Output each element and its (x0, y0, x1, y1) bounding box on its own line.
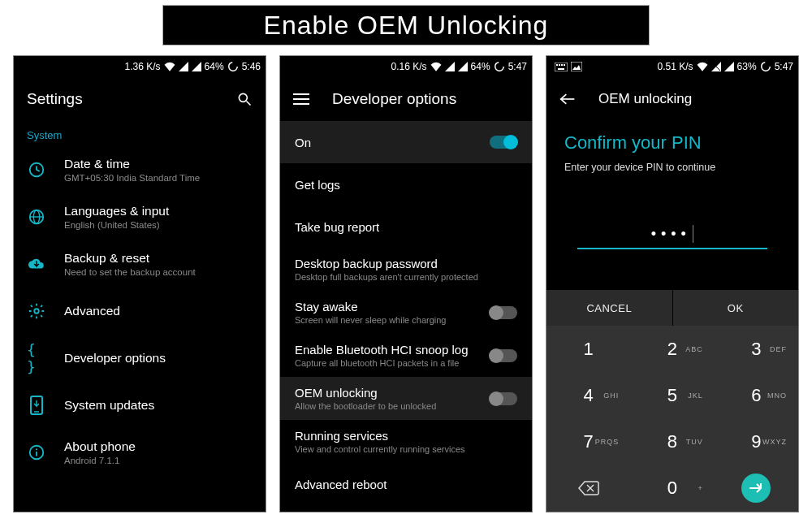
developer-item[interactable]: Desktop backup passwordDesktop full back… (280, 248, 532, 291)
item-label: Developer options (64, 351, 253, 365)
pin-input[interactable]: •••• (577, 220, 767, 249)
settings-item[interactable]: Languages & inputEnglish (United States) (14, 193, 266, 240)
developer-item[interactable]: Running servicesView and control current… (280, 420, 532, 463)
battery-text: 63% (737, 61, 757, 72)
item-sub: Android 7.1.1 (64, 456, 253, 465)
svg-point-11 (36, 448, 37, 450)
key-digit: 2 (667, 339, 677, 360)
cursor (693, 225, 694, 243)
item-label: Running services (295, 429, 517, 443)
status-bar: 0.16 K/s 64% 5:47 (280, 56, 532, 77)
net-speed: 0.16 K/s (391, 61, 427, 72)
item-label: Backup & reset (64, 251, 253, 266)
developer-item[interactable]: Stay awakeScreen will never sleep while … (280, 291, 532, 334)
key-digit: 9 (751, 431, 761, 452)
key-letters: JKL (688, 391, 703, 400)
svg-rect-22 (558, 68, 564, 70)
key-digit: 0 (667, 478, 677, 499)
keypad-key-1[interactable]: 1 (546, 326, 630, 372)
status-bar: 0.51 K/s 63% 5:47 (546, 56, 798, 77)
keypad-key-4[interactable]: 4GHI (546, 372, 630, 418)
settings-item[interactable]: Advanced (14, 288, 266, 335)
settings-item[interactable]: About phoneAndroid 7.1.1 (14, 429, 266, 476)
svg-rect-20 (561, 64, 563, 66)
net-speed: 1.36 K/s (125, 61, 161, 72)
keypad-key-6[interactable]: 6MNO (715, 372, 798, 418)
keyboard-icon (555, 63, 568, 71)
key-letters: PRQS (595, 438, 620, 446)
cloud-icon (27, 254, 46, 274)
key-letters: ABC (685, 345, 703, 353)
developer-item[interactable]: Advanced reboot (280, 463, 532, 505)
settings-item[interactable]: Date & timeGMT+05:30 India Standard Time (14, 146, 266, 193)
keypad-key-3[interactable]: 3DEF (715, 326, 798, 372)
toggle-switch[interactable] (490, 349, 517, 362)
wifi-icon (164, 62, 175, 71)
toggle-switch[interactable] (490, 136, 517, 149)
item-label: Advanced reboot (295, 478, 517, 491)
item-label: Enable Bluetooth HCI snoop log (295, 343, 490, 357)
loading-icon (227, 61, 239, 72)
info-icon (27, 443, 46, 462)
backspace-key[interactable] (546, 465, 630, 512)
settings-item[interactable]: { }Developer options (14, 335, 266, 382)
keypad-key-9[interactable]: 9WXYZ (715, 419, 798, 465)
item-sub: English (United States) (64, 220, 253, 230)
toggle-switch[interactable] (490, 306, 517, 319)
status-bar: 1.36 K/s 64% 5:46 (14, 56, 266, 77)
ok-button[interactable]: OK (672, 290, 799, 326)
cancel-button[interactable]: CANCEL (546, 290, 672, 326)
svg-rect-21 (564, 64, 565, 66)
confirm-pin-title: Confirm your PIN (546, 121, 798, 158)
svg-rect-17 (555, 63, 568, 71)
item-label: Advanced (64, 304, 253, 318)
oem-app-bar: OEM unlocking (546, 77, 798, 121)
menu-icon[interactable] (293, 93, 309, 106)
keypad-key-8[interactable]: 8TUV (630, 419, 714, 465)
key-letters: + (698, 484, 702, 492)
wifi-icon (430, 62, 442, 71)
svg-point-0 (228, 63, 237, 71)
item-label: System updates (64, 398, 253, 413)
developer-item[interactable]: Take bug report (280, 205, 532, 248)
pin-dots: •••• (651, 226, 691, 243)
dialog-actions: CANCEL OK (546, 290, 798, 326)
developer-item[interactable]: On (280, 121, 532, 163)
search-icon[interactable] (236, 91, 253, 107)
gear-icon (27, 301, 46, 321)
toggle-switch[interactable] (490, 392, 517, 405)
keypad-key-7[interactable]: 7PRQS (546, 419, 630, 465)
braces-icon: { } (27, 348, 46, 368)
item-sub: GMT+05:30 India Standard Time (64, 173, 253, 183)
key-digit: 7 (584, 431, 594, 452)
signal-icon-2 (192, 62, 201, 71)
signal-icon (711, 62, 721, 71)
item-sub: Desktop full backups aren't currently pr… (295, 272, 517, 282)
developer-list: OnGet logsTake bug reportDesktop backup … (280, 121, 532, 505)
item-label: Languages & input (64, 204, 253, 218)
item-label: On (295, 136, 490, 149)
svg-rect-19 (559, 64, 560, 66)
developer-item[interactable]: Enable Bluetooth HCI snoop logCapture al… (280, 334, 532, 377)
enter-key[interactable] (715, 465, 798, 512)
keypad-key-2[interactable]: 2ABC (630, 326, 714, 372)
clock-icon (27, 160, 46, 179)
signal-icon-2 (724, 62, 734, 71)
settings-item[interactable]: Backup & resetNeed to set the backup acc… (14, 240, 266, 288)
settings-list: Date & timeGMT+05:30 India Standard Time… (14, 146, 266, 476)
key-letters: WXYZ (762, 438, 787, 446)
page-title: Settings (27, 90, 217, 108)
back-icon[interactable] (559, 93, 576, 106)
developer-item[interactable]: Get logs (280, 163, 532, 205)
developer-item[interactable]: OEM unlockingAllow the bootloader to be … (280, 377, 532, 420)
svg-point-13 (495, 63, 503, 71)
developer-app-bar: Developer options (280, 77, 532, 121)
page-title: Developer options (332, 90, 519, 108)
key-digit: 1 (584, 339, 594, 360)
settings-item[interactable]: System updates (14, 382, 266, 429)
enter-icon (741, 474, 771, 503)
keypad-key-0[interactable]: 0+ (630, 465, 714, 512)
keypad-key-5[interactable]: 5JKL (630, 372, 714, 418)
item-sub: Capture all bluetooth HCI packets in a f… (295, 358, 490, 368)
item-sub: View and control currently running servi… (295, 444, 517, 454)
